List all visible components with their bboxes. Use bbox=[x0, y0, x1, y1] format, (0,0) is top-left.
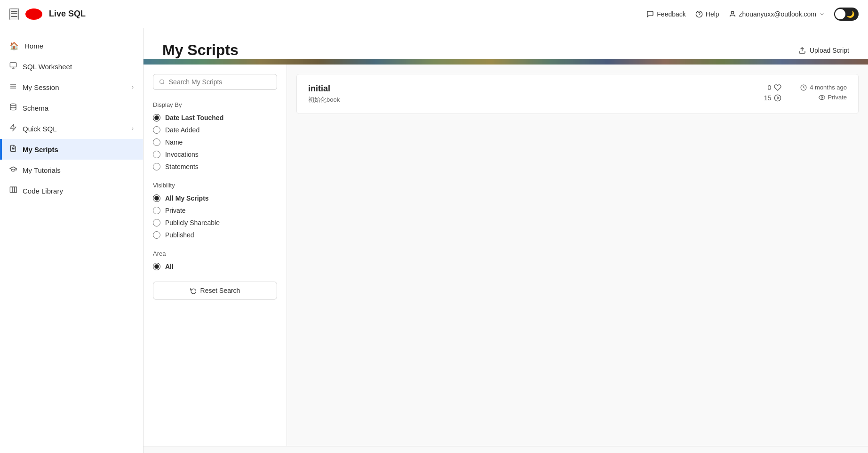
svg-rect-16 bbox=[15, 187, 17, 193]
theme-toggle-circle bbox=[835, 9, 845, 19]
reset-search-button[interactable]: Reset Search bbox=[153, 282, 277, 299]
heart-icon bbox=[774, 84, 781, 91]
script-time: 4 months ago bbox=[800, 84, 847, 91]
sidebar-item-code-library[interactable]: Code Library bbox=[0, 180, 143, 201]
visibility-private-radio[interactable] bbox=[153, 207, 160, 214]
menu-toggle-button[interactable]: ☰ bbox=[9, 8, 19, 20]
main-content: My Scripts Upload Script Display By bbox=[143, 28, 868, 453]
main-layout: 🏠 Home SQL Worksheet My Session › Schema bbox=[0, 28, 868, 453]
navbar: ☰ Live SQL Feedback Help zhouanyuxx@outl… bbox=[0, 0, 868, 28]
sidebar-item-sql-worksheet[interactable]: SQL Worksheet bbox=[0, 56, 143, 77]
svg-rect-14 bbox=[10, 187, 12, 193]
app-title: Live SQL bbox=[49, 9, 86, 19]
page-title: My Scripts bbox=[162, 41, 239, 59]
area-label: Area bbox=[153, 250, 277, 257]
visibility-all-radio[interactable] bbox=[153, 194, 160, 202]
search-box[interactable] bbox=[153, 74, 277, 90]
script-description: 初始化book bbox=[308, 96, 340, 104]
theme-toggle-button[interactable]: 🌙 bbox=[834, 8, 859, 21]
display-by-label: Display By bbox=[153, 101, 277, 108]
search-input[interactable] bbox=[169, 78, 271, 86]
svg-point-3 bbox=[731, 11, 733, 14]
display-invocations[interactable]: Invocations bbox=[153, 151, 277, 158]
upload-script-button[interactable]: Upload Script bbox=[798, 47, 849, 54]
chevron-down-icon bbox=[819, 11, 825, 17]
svg-line-19 bbox=[163, 83, 164, 84]
visibility-publicly-shareable[interactable]: Publicly Shareable bbox=[153, 219, 277, 226]
script-time-visibility: 4 months ago Private bbox=[800, 84, 847, 102]
display-date-added[interactable]: Date Added bbox=[153, 126, 277, 134]
my-scripts-icon bbox=[9, 145, 17, 154]
eye-icon bbox=[819, 94, 825, 101]
code-library-icon bbox=[9, 186, 17, 195]
session-chevron-icon: › bbox=[132, 84, 134, 90]
visibility-publicly-shareable-radio[interactable] bbox=[153, 219, 160, 226]
search-icon bbox=[159, 79, 165, 85]
sidebar-item-quick-sql[interactable]: Quick SQL › bbox=[0, 118, 143, 139]
script-stats: 0 15 bbox=[764, 84, 782, 102]
sidebar-item-schema[interactable]: Schema bbox=[0, 97, 143, 118]
visibility-private[interactable]: Private bbox=[153, 207, 277, 214]
tutorials-icon bbox=[9, 165, 17, 175]
home-icon: 🏠 bbox=[9, 41, 19, 50]
help-icon bbox=[695, 10, 703, 18]
upload-icon bbox=[798, 47, 806, 54]
page-header: My Scripts Upload Script bbox=[143, 28, 868, 59]
svg-point-23 bbox=[821, 97, 823, 98]
script-visibility: Private bbox=[819, 94, 847, 101]
feedback-button[interactable]: Feedback bbox=[646, 10, 685, 18]
schema-icon bbox=[9, 103, 17, 113]
sidebar-item-home[interactable]: 🏠 Home bbox=[0, 36, 143, 56]
user-menu-button[interactable]: zhouanyuxx@outlook.com bbox=[729, 10, 825, 18]
footer: 2023 Oracle · Live SQL 23.1.2, running O… bbox=[143, 446, 868, 453]
play-circle-icon bbox=[774, 94, 781, 102]
script-invocations: 15 bbox=[764, 94, 782, 102]
visibility-section: Visibility All My Scripts Private Public… bbox=[153, 182, 277, 239]
quick-sql-icon bbox=[9, 124, 17, 133]
scripts-list: initial 初始化book 0 15 bbox=[287, 65, 868, 446]
display-date-last-touched[interactable]: Date Last Touched bbox=[153, 114, 277, 121]
navbar-right: Feedback Help zhouanyuxx@outlook.com 🌙 bbox=[646, 8, 859, 21]
area-all[interactable]: All bbox=[153, 263, 277, 270]
sidebar: 🏠 Home SQL Worksheet My Session › Schema bbox=[0, 28, 143, 453]
navbar-left: ☰ Live SQL bbox=[9, 8, 86, 20]
svg-point-20 bbox=[775, 95, 781, 101]
area-all-radio[interactable] bbox=[153, 263, 160, 270]
sidebar-item-my-session[interactable]: My Session › bbox=[0, 77, 143, 97]
sidebar-item-my-scripts[interactable]: My Scripts bbox=[0, 139, 143, 160]
help-button[interactable]: Help bbox=[695, 10, 719, 18]
script-name[interactable]: initial bbox=[308, 84, 340, 94]
content-area: Display By Date Last Touched Date Added … bbox=[143, 65, 868, 446]
display-statements-radio[interactable] bbox=[153, 163, 160, 170]
display-date-last-touched-radio[interactable] bbox=[153, 114, 160, 121]
svg-rect-4 bbox=[10, 63, 16, 67]
svg-point-18 bbox=[160, 80, 164, 84]
visibility-all[interactable]: All My Scripts bbox=[153, 194, 277, 202]
visibility-published-radio[interactable] bbox=[153, 231, 160, 239]
display-name[interactable]: Name bbox=[153, 138, 277, 146]
svg-rect-15 bbox=[12, 187, 15, 193]
session-icon bbox=[9, 82, 17, 92]
display-by-section: Display By Date Last Touched Date Added … bbox=[153, 101, 277, 170]
oracle-logo bbox=[25, 8, 42, 20]
banner-strip bbox=[143, 59, 868, 65]
svg-marker-21 bbox=[777, 97, 779, 99]
quick-sql-chevron-icon: › bbox=[132, 125, 134, 132]
moon-icon: 🌙 bbox=[846, 10, 854, 18]
script-meta: 0 15 4 mo bbox=[764, 84, 847, 102]
worksheet-icon bbox=[9, 62, 17, 71]
filter-panel: Display By Date Last Touched Date Added … bbox=[143, 65, 287, 446]
svg-point-0 bbox=[26, 9, 42, 19]
user-icon bbox=[729, 10, 736, 18]
display-date-added-radio[interactable] bbox=[153, 126, 160, 134]
visibility-label: Visibility bbox=[153, 182, 277, 189]
sidebar-item-my-tutorials[interactable]: My Tutorials bbox=[0, 160, 143, 180]
visibility-published[interactable]: Published bbox=[153, 231, 277, 239]
reset-icon bbox=[190, 287, 197, 294]
clock-icon bbox=[800, 84, 807, 91]
display-name-radio[interactable] bbox=[153, 138, 160, 146]
display-statements[interactable]: Statements bbox=[153, 163, 277, 170]
svg-point-10 bbox=[10, 104, 16, 105]
area-section: Area All bbox=[153, 250, 277, 270]
display-invocations-radio[interactable] bbox=[153, 151, 160, 158]
